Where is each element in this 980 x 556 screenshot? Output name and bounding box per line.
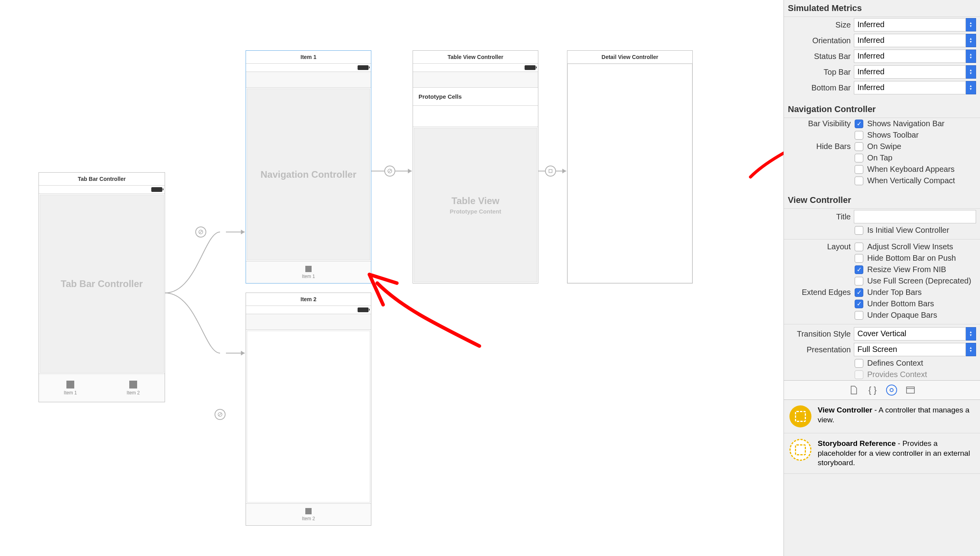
checkbox-label: Shows Toolbar xyxy=(867,131,919,140)
battery-icon xyxy=(358,65,369,70)
input-title[interactable] xyxy=(854,210,976,223)
checkbox-adjust-scroll[interactable] xyxy=(855,243,863,251)
checkbox-hide-bottom[interactable] xyxy=(855,254,863,263)
square-icon xyxy=(305,266,312,272)
tab-label: Item 2 xyxy=(302,516,315,521)
checkbox-under-opaque[interactable] xyxy=(855,311,863,320)
stepper-icon[interactable] xyxy=(966,18,976,31)
checkbox-defines-context[interactable] xyxy=(855,359,863,368)
scene-title: Item 1 xyxy=(246,51,371,64)
scene-navigation-controller-2[interactable]: Item 2 Item 2 xyxy=(246,293,371,526)
checkbox-under-top[interactable] xyxy=(855,288,863,297)
library-tab-file-icon[interactable] xyxy=(848,385,859,396)
checkbox-label: Resize View From NIB xyxy=(867,265,946,274)
battery-icon xyxy=(151,187,162,192)
label-layout: Layout xyxy=(788,242,851,251)
prototype-cell-header: Prototype Cells xyxy=(413,88,538,106)
svg-marker-7 xyxy=(562,169,566,173)
checkbox-when-keyboard[interactable] xyxy=(855,165,863,174)
segue-relationship-icon[interactable] xyxy=(195,226,206,237)
scene-body: Tab Bar Controller xyxy=(40,195,164,373)
separator xyxy=(784,239,980,239)
tab-item-2[interactable]: Item 2 xyxy=(102,374,165,402)
status-bar xyxy=(39,186,165,194)
checkbox-on-swipe[interactable] xyxy=(855,142,863,151)
select-status-bar[interactable]: Inferred xyxy=(854,50,966,63)
select-orientation[interactable]: Inferred xyxy=(854,34,966,47)
status-bar xyxy=(246,306,371,314)
battery-icon xyxy=(525,65,536,70)
scene-title: Table View Controller xyxy=(413,51,538,64)
battery-icon xyxy=(358,307,369,312)
segue-show-icon[interactable] xyxy=(545,166,556,177)
stepper-icon[interactable] xyxy=(966,34,976,47)
svg-point-15 xyxy=(890,388,893,392)
select-size[interactable]: Inferred xyxy=(854,18,966,31)
tab-label: Item 1 xyxy=(302,274,315,279)
library-tab-code-icon[interactable]: { } xyxy=(867,385,878,396)
checkbox-label: Under Bottom Bars xyxy=(867,299,934,308)
library-item-text: Storyboard Reference - Provides a placeh… xyxy=(818,439,974,468)
segue-relationship-icon[interactable] xyxy=(215,409,226,420)
nav-bar xyxy=(246,72,371,88)
svg-line-11 xyxy=(218,413,222,416)
section-navigation-controller: Navigation Controller xyxy=(784,101,980,118)
label-title: Title xyxy=(788,212,851,221)
scene-body-sublabel: Prototype Content xyxy=(450,208,501,215)
library-item-storyboard-reference[interactable]: Storyboard Reference - Provides a placeh… xyxy=(784,433,980,474)
stepper-icon[interactable] xyxy=(966,81,976,94)
separator xyxy=(784,324,980,324)
checkbox-when-compact[interactable] xyxy=(855,177,863,185)
segue-root-icon[interactable] xyxy=(384,166,395,177)
checkbox-resize-nib[interactable] xyxy=(855,265,863,274)
tab-label: Item 1 xyxy=(64,390,77,396)
stepper-icon[interactable] xyxy=(966,50,976,63)
library-item-text: View Controller - A controller that mana… xyxy=(818,405,974,425)
checkbox-label: When Keyboard Appears xyxy=(867,165,954,174)
library-tab-media-icon[interactable] xyxy=(905,385,916,396)
checkbox-is-initial[interactable] xyxy=(855,226,863,235)
checkbox-label: Defines Context xyxy=(867,359,923,368)
checkbox-shows-toolbar[interactable] xyxy=(855,131,863,140)
stepper-icon[interactable] xyxy=(966,343,976,356)
checkbox-label: Is Initial View Controller xyxy=(867,226,949,235)
select-top-bar[interactable]: Inferred xyxy=(854,65,966,79)
tab-bar: Item 2 xyxy=(246,503,371,525)
scene-tabbar-controller[interactable]: Tab Bar Controller Tab Bar Controller It… xyxy=(39,172,165,402)
library-tabs: { } xyxy=(784,380,980,400)
view-controller-icon xyxy=(789,405,811,427)
select-bottom-bar[interactable]: Inferred xyxy=(854,81,966,94)
square-icon xyxy=(305,508,312,514)
scene-body xyxy=(567,64,692,283)
checkbox-label: Adjust Scroll View Insets xyxy=(867,242,953,251)
library-item-view-controller[interactable]: View Controller - A controller that mana… xyxy=(784,400,980,433)
checkbox-label: Use Full Screen (Deprecated) xyxy=(867,276,971,285)
scene-navigation-controller-1[interactable]: Item 1 Navigation Controller Item 1 xyxy=(246,50,371,284)
checkbox-full-screen-deprecated[interactable] xyxy=(855,277,863,285)
label-bottom-bar: Bottom Bar xyxy=(788,83,851,92)
select-presentation[interactable]: Full Screen xyxy=(854,343,966,356)
select-transition[interactable]: Cover Vertical xyxy=(854,327,966,341)
label-orientation: Orientation xyxy=(788,36,851,45)
stepper-icon[interactable] xyxy=(966,327,976,341)
section-simulated-metrics: Simulated Metrics xyxy=(784,0,980,17)
tab-item-1[interactable]: Item 1 xyxy=(39,374,102,402)
library-tab-object-icon[interactable] xyxy=(886,385,897,396)
label-transition: Transition Style xyxy=(788,330,851,339)
scene-table-view-controller[interactable]: Table View Controller Prototype Cells Ta… xyxy=(413,50,538,284)
stepper-icon[interactable] xyxy=(966,65,976,79)
attributes-inspector: Simulated Metrics SizeInferred Orientati… xyxy=(784,0,980,556)
label-extend-edges: Extend Edges xyxy=(788,288,851,297)
label-size: Size xyxy=(788,20,851,29)
status-bar xyxy=(246,64,371,72)
checkbox-label: On Tap xyxy=(867,153,892,162)
checkbox-under-bottom[interactable] xyxy=(855,300,863,308)
checkbox-shows-navigation-bar[interactable] xyxy=(855,120,863,128)
checkbox-provides-context[interactable] xyxy=(855,370,863,379)
prototype-cell[interactable] xyxy=(413,106,538,127)
scene-detail-view-controller[interactable]: Detail View Controller xyxy=(567,50,693,284)
checkbox-label: When Vertically Compact xyxy=(867,176,955,185)
tab-bar: Item 1 xyxy=(246,261,371,283)
storyboard-canvas[interactable]: Tab Bar Controller Tab Bar Controller It… xyxy=(0,0,784,556)
checkbox-on-tap[interactable] xyxy=(855,154,863,162)
